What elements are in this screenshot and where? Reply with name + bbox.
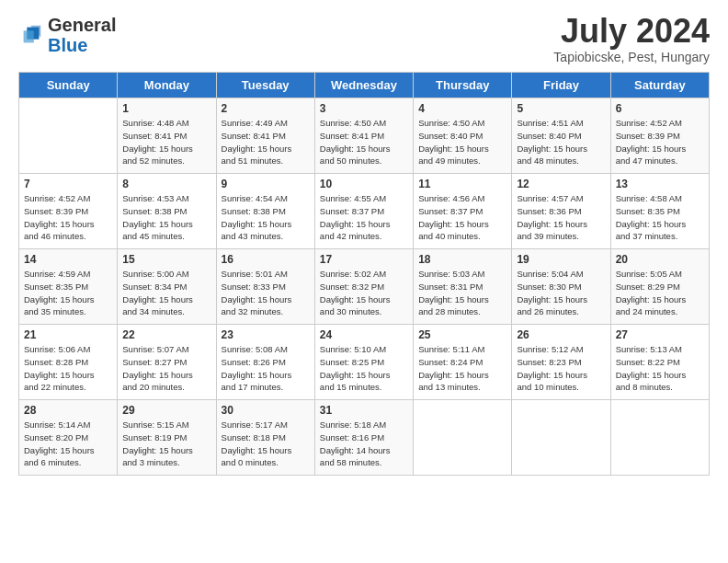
calendar-cell: 30Sunrise: 5:17 AMSunset: 8:18 PMDayligh…: [216, 400, 314, 476]
day-number: 6: [616, 102, 704, 115]
col-sunday: Sunday: [19, 73, 118, 98]
calendar-cell: 2Sunrise: 4:49 AMSunset: 8:41 PMDaylight…: [216, 98, 314, 174]
calendar-cell: [19, 98, 118, 174]
day-number: 16: [222, 253, 310, 266]
col-wednesday: Wednesday: [314, 73, 413, 98]
col-friday: Friday: [512, 73, 610, 98]
cell-info: Sunrise: 5:18 AMSunset: 8:16 PMDaylight:…: [320, 419, 408, 469]
header: General Blue July 2024 Tapiobicske, Pest…: [18, 15, 710, 64]
cell-info: Sunrise: 5:17 AMSunset: 8:18 PMDaylight:…: [222, 419, 310, 469]
calendar-cell: 8Sunrise: 4:53 AMSunset: 8:38 PMDaylight…: [118, 174, 216, 249]
calendar-cell: 1Sunrise: 4:48 AMSunset: 8:41 PMDaylight…: [118, 98, 216, 174]
cell-info: Sunrise: 5:10 AMSunset: 8:25 PMDaylight:…: [320, 343, 408, 394]
month-title: July 2024: [553, 15, 710, 48]
week-row-4: 28Sunrise: 5:14 AMSunset: 8:20 PMDayligh…: [19, 400, 710, 476]
day-number: 7: [24, 178, 112, 190]
day-number: 22: [122, 328, 210, 341]
calendar-cell: 15Sunrise: 5:00 AMSunset: 8:34 PMDayligh…: [118, 249, 216, 325]
calendar-cell: 12Sunrise: 4:57 AMSunset: 8:36 PMDayligh…: [512, 174, 610, 249]
calendar-cell: 26Sunrise: 5:12 AMSunset: 8:23 PMDayligh…: [512, 325, 610, 400]
calendar-cell: [414, 400, 512, 476]
calendar-cell: 31Sunrise: 5:18 AMSunset: 8:16 PMDayligh…: [314, 400, 413, 476]
calendar-cell: 17Sunrise: 5:02 AMSunset: 8:32 PMDayligh…: [314, 249, 413, 325]
calendar-cell: 19Sunrise: 5:04 AMSunset: 8:30 PMDayligh…: [512, 249, 610, 325]
day-number: 12: [517, 178, 605, 190]
svg-marker-1: [24, 30, 34, 42]
day-number: 14: [24, 253, 112, 266]
calendar-cell: 22Sunrise: 5:07 AMSunset: 8:27 PMDayligh…: [118, 325, 216, 400]
cell-info: Sunrise: 5:04 AMSunset: 8:30 PMDaylight:…: [517, 268, 605, 318]
col-thursday: Thursday: [414, 73, 512, 98]
cell-info: Sunrise: 4:52 AMSunset: 8:39 PMDaylight:…: [24, 192, 112, 243]
logo-blue: Blue: [48, 35, 87, 55]
cell-info: Sunrise: 4:48 AMSunset: 8:41 PMDaylight:…: [122, 117, 210, 167]
cell-info: Sunrise: 4:57 AMSunset: 8:36 PMDaylight:…: [517, 192, 605, 243]
calendar-cell: 9Sunrise: 4:54 AMSunset: 8:38 PMDaylight…: [216, 174, 314, 249]
day-number: 20: [616, 253, 704, 266]
calendar-cell: [512, 400, 610, 476]
cell-info: Sunrise: 4:49 AMSunset: 8:41 PMDaylight:…: [222, 117, 310, 167]
cell-info: Sunrise: 5:01 AMSunset: 8:33 PMDaylight:…: [222, 268, 310, 318]
calendar-cell: 7Sunrise: 4:52 AMSunset: 8:39 PMDaylight…: [19, 174, 118, 249]
calendar-cell: 6Sunrise: 4:52 AMSunset: 8:39 PMDaylight…: [610, 98, 709, 174]
cell-info: Sunrise: 5:12 AMSunset: 8:23 PMDaylight:…: [517, 343, 605, 394]
cell-info: Sunrise: 4:50 AMSunset: 8:41 PMDaylight:…: [320, 117, 408, 167]
calendar-cell: 16Sunrise: 5:01 AMSunset: 8:33 PMDayligh…: [216, 249, 314, 325]
calendar-cell: 24Sunrise: 5:10 AMSunset: 8:25 PMDayligh…: [314, 325, 413, 400]
day-number: 25: [418, 328, 506, 341]
cell-info: Sunrise: 5:13 AMSunset: 8:22 PMDaylight:…: [616, 343, 704, 394]
calendar-cell: 10Sunrise: 4:55 AMSunset: 8:37 PMDayligh…: [314, 174, 413, 249]
cell-info: Sunrise: 4:50 AMSunset: 8:40 PMDaylight:…: [418, 117, 506, 167]
day-number: 17: [320, 253, 408, 266]
week-row-2: 14Sunrise: 4:59 AMSunset: 8:35 PMDayligh…: [19, 249, 710, 325]
cell-info: Sunrise: 4:51 AMSunset: 8:40 PMDaylight:…: [517, 117, 605, 167]
day-number: 30: [222, 404, 310, 417]
day-number: 21: [24, 328, 112, 341]
day-number: 26: [517, 328, 605, 341]
header-row: Sunday Monday Tuesday Wednesday Thursday…: [19, 73, 710, 98]
day-number: 4: [418, 102, 506, 115]
calendar-cell: 18Sunrise: 5:03 AMSunset: 8:31 PMDayligh…: [414, 249, 512, 325]
week-row-0: 1Sunrise: 4:48 AMSunset: 8:41 PMDaylight…: [19, 98, 710, 174]
day-number: 27: [616, 328, 704, 341]
day-number: 8: [122, 178, 210, 190]
logo-icon: [18, 22, 44, 48]
calendar-cell: 23Sunrise: 5:08 AMSunset: 8:26 PMDayligh…: [216, 325, 314, 400]
cell-info: Sunrise: 4:59 AMSunset: 8:35 PMDaylight:…: [24, 268, 112, 318]
day-number: 5: [517, 102, 605, 115]
calendar-cell: [610, 400, 709, 476]
calendar-cell: 27Sunrise: 5:13 AMSunset: 8:22 PMDayligh…: [610, 325, 709, 400]
day-number: 28: [24, 404, 112, 417]
cell-info: Sunrise: 5:11 AMSunset: 8:24 PMDaylight:…: [418, 343, 506, 394]
calendar-cell: 25Sunrise: 5:11 AMSunset: 8:24 PMDayligh…: [414, 325, 512, 400]
day-number: 9: [222, 178, 310, 190]
calendar-cell: 28Sunrise: 5:14 AMSunset: 8:20 PMDayligh…: [19, 400, 118, 476]
calendar-body: 1Sunrise: 4:48 AMSunset: 8:41 PMDaylight…: [19, 98, 710, 476]
calendar-cell: 13Sunrise: 4:58 AMSunset: 8:35 PMDayligh…: [610, 174, 709, 249]
title-block: July 2024 Tapiobicske, Pest, Hungary: [553, 15, 710, 64]
calendar-cell: 5Sunrise: 4:51 AMSunset: 8:40 PMDaylight…: [512, 98, 610, 174]
page: General Blue July 2024 Tapiobicske, Pest…: [0, 0, 728, 563]
cell-info: Sunrise: 5:07 AMSunset: 8:27 PMDaylight:…: [122, 343, 210, 394]
cell-info: Sunrise: 4:54 AMSunset: 8:38 PMDaylight:…: [222, 192, 310, 243]
day-number: 1: [122, 102, 210, 115]
cell-info: Sunrise: 4:52 AMSunset: 8:39 PMDaylight:…: [616, 117, 704, 167]
location: Tapiobicske, Pest, Hungary: [553, 50, 710, 64]
cell-info: Sunrise: 5:14 AMSunset: 8:20 PMDaylight:…: [24, 419, 112, 469]
calendar-cell: 21Sunrise: 5:06 AMSunset: 8:28 PMDayligh…: [19, 325, 118, 400]
col-saturday: Saturday: [610, 73, 709, 98]
day-number: 10: [320, 178, 408, 190]
week-row-3: 21Sunrise: 5:06 AMSunset: 8:28 PMDayligh…: [19, 325, 710, 400]
cell-info: Sunrise: 5:05 AMSunset: 8:29 PMDaylight:…: [616, 268, 704, 318]
day-number: 15: [122, 253, 210, 266]
logo: General Blue: [18, 15, 116, 55]
calendar-cell: 4Sunrise: 4:50 AMSunset: 8:40 PMDaylight…: [414, 98, 512, 174]
logo-text: General Blue: [48, 15, 116, 55]
day-number: 18: [418, 253, 506, 266]
week-row-1: 7Sunrise: 4:52 AMSunset: 8:39 PMDaylight…: [19, 174, 710, 249]
cell-info: Sunrise: 4:56 AMSunset: 8:37 PMDaylight:…: [418, 192, 506, 243]
day-number: 2: [222, 102, 310, 115]
day-number: 3: [320, 102, 408, 115]
day-number: 31: [320, 404, 408, 417]
calendar-table: Sunday Monday Tuesday Wednesday Thursday…: [18, 72, 710, 476]
